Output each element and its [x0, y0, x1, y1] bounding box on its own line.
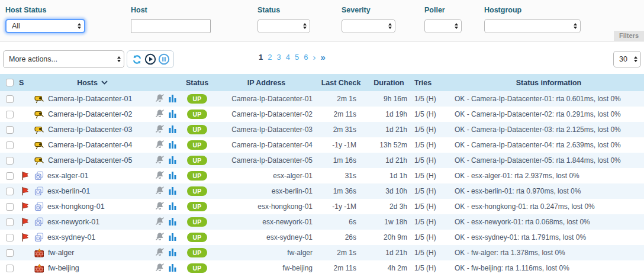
row-checkbox[interactable] [6, 188, 14, 195]
virtual-machine-icon [34, 202, 44, 211]
performance-graph-icon[interactable] [169, 202, 177, 212]
row-checkbox[interactable] [6, 172, 14, 180]
notifications-disabled-icon [155, 247, 165, 259]
status-badge: UP [187, 186, 207, 197]
performance-graph-icon[interactable] [169, 125, 177, 135]
pause-icon[interactable] [158, 53, 170, 65]
host-name-link[interactable]: Camera-Ip-Datacenter-05 [48, 156, 132, 165]
last-page-icon[interactable]: » [320, 53, 325, 62]
performance-graph-icon[interactable] [169, 140, 177, 150]
row-checkbox[interactable] [6, 265, 14, 272]
notifications-disabled-icon [155, 232, 165, 243]
hostgroup-select[interactable] [484, 19, 581, 33]
page-link-4[interactable]: 4 [286, 53, 290, 62]
header-hosts[interactable]: Hosts [33, 79, 152, 87]
host-name-link[interactable]: Camera-Ip-Datacenter-01 [48, 95, 132, 103]
ip-address: esx-hongkong-01 [214, 199, 318, 214]
row-checkbox[interactable] [6, 141, 14, 149]
performance-graph-icon[interactable] [169, 248, 177, 258]
performance-graph-icon[interactable] [169, 186, 177, 197]
select-arrows-icon [455, 23, 458, 30]
status-badge: UP [187, 171, 207, 181]
last-check: -1y -1M [318, 137, 363, 153]
row-checkbox[interactable] [6, 218, 14, 226]
severity-label: Severity [342, 6, 395, 14]
tries: 1/5 (H) [414, 199, 453, 214]
page-link-2[interactable]: 2 [268, 53, 272, 62]
notifications-disabled-icon [155, 94, 165, 105]
row-checkbox[interactable] [6, 203, 14, 211]
host-status-select[interactable]: All [5, 19, 85, 33]
host-name-link[interactable]: Camera-Ip-Datacenter-02 [48, 110, 132, 118]
page-link-3[interactable]: 3 [276, 53, 281, 62]
play-icon[interactable] [144, 53, 156, 65]
refresh-icon[interactable] [131, 53, 143, 65]
table-row: esx-sydney-01 UP esx-sydney-01 26s 20h [0, 230, 644, 245]
ip-address: Camera-Ip-Datacenter-02 [214, 107, 318, 122]
performance-graph-icon[interactable] [169, 156, 177, 166]
flag-icon [21, 217, 30, 227]
host-name-link[interactable]: Camera-Ip-Datacenter-03 [48, 125, 132, 134]
sort-desc-icon [101, 80, 108, 85]
poller-select[interactable] [424, 19, 462, 33]
status-information: OK - fw-alger: rta 1.378ms, lost 0% [453, 245, 644, 260]
host-name-link[interactable]: Camera-Ip-Datacenter-04 [48, 141, 132, 149]
host-input[interactable] [131, 19, 211, 33]
page-link-1[interactable]: 1 [259, 53, 263, 62]
duration: 1d 19h [363, 107, 414, 122]
page-link-5[interactable]: 5 [295, 53, 299, 62]
last-check: 2m 11s [318, 260, 363, 276]
performance-graph-icon[interactable] [169, 233, 177, 243]
host-name-link[interactable]: esx-sydney-01 [47, 233, 95, 241]
flag-icon [21, 202, 30, 211]
tries: 1/5 (H) [414, 107, 453, 122]
status-select[interactable] [257, 19, 310, 33]
performance-graph-icon[interactable] [169, 217, 177, 227]
host-status-label: Host Status [5, 6, 85, 14]
last-check: 2m 1s [318, 91, 363, 107]
ip-address: Camera-Ip-Datacenter-05 [214, 153, 318, 168]
status-badge: UP [187, 202, 207, 212]
notifications-disabled-icon [155, 170, 165, 182]
duration: 4h 2m [363, 260, 414, 276]
severity-select[interactable] [342, 19, 395, 33]
status-badge: UP [187, 263, 207, 273]
table-row: esx-alger-01 UP esx-alger-01 31s 1d 1h [0, 168, 644, 183]
more-actions-select[interactable]: More actions... [3, 50, 124, 68]
duration: 1d 21h [363, 153, 414, 168]
tries: 1/5 (H) [414, 168, 453, 183]
host-name-link[interactable]: esx-hongkong-01 [47, 202, 105, 211]
host-name-link[interactable]: esx-alger-01 [47, 172, 88, 180]
duration: 3d 10h [363, 183, 414, 199]
row-checkbox[interactable] [6, 157, 14, 165]
row-checkbox[interactable] [6, 95, 14, 103]
performance-graph-icon[interactable] [169, 263, 177, 273]
host-name-link[interactable]: fw-beijing [48, 264, 79, 272]
host-table-body: Camera-Ip-Datacenter-01 UP Camera-Ip-Dat… [0, 91, 644, 276]
per-page-select[interactable]: 30 [613, 51, 641, 67]
host-name-link[interactable]: esx-berlin-01 [47, 187, 90, 195]
table-row: esx-berlin-01 UP esx-berlin-01 1m 36s 3 [0, 183, 644, 199]
row-checkbox[interactable] [6, 234, 14, 241]
ip-address: fw-beijing [214, 260, 318, 276]
ip-address: Camera-Ip-Datacenter-04 [214, 137, 318, 153]
tries: 1/5 (H) [414, 260, 453, 276]
performance-graph-icon[interactable] [169, 171, 177, 181]
notifications-disabled-icon [155, 201, 165, 212]
status-information: OK - esx-hongkong-01: rta 0.247ms, lost … [453, 199, 644, 214]
performance-graph-icon[interactable] [169, 94, 177, 104]
status-information: OK - esx-alger-01: rta 2.937ms, lost 0% [453, 168, 644, 183]
row-checkbox[interactable] [6, 126, 14, 134]
notifications-disabled-icon [155, 263, 165, 274]
select-arrows-icon [388, 23, 392, 30]
page-link-6[interactable]: 6 [304, 53, 308, 62]
filter-panel: Host Status All Host Status Severity Pol… [0, 0, 644, 41]
host-name-link[interactable]: fw-alger [48, 249, 74, 257]
host-name-link[interactable]: esx-newyork-01 [47, 218, 99, 226]
filters-tab[interactable]: Filters [614, 31, 644, 41]
performance-graph-icon[interactable] [169, 109, 177, 120]
select-all-checkbox[interactable] [6, 79, 14, 86]
row-checkbox[interactable] [6, 249, 14, 257]
next-page-icon[interactable]: › [313, 53, 315, 62]
row-checkbox[interactable] [6, 111, 14, 118]
